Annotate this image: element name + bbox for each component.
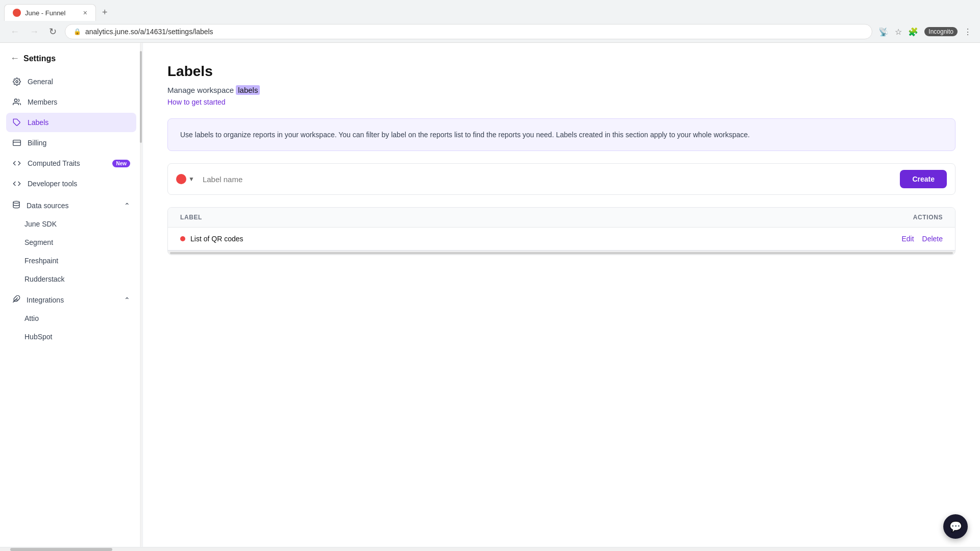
app: ← Settings General Members Labels <box>0 43 980 547</box>
sidebar-item-computed-traits[interactable]: Computed Traits New <box>6 154 136 173</box>
create-button[interactable]: Create <box>900 170 947 188</box>
rudderstack-label: Rudderstack <box>24 275 65 283</box>
data-sources-section: Data sources ⌃ June SDK Segment Freshpai… <box>6 195 136 288</box>
forward-button[interactable]: → <box>28 24 41 39</box>
tag-icon <box>12 118 21 127</box>
url-text: analytics.june.so/a/14631/settings/label… <box>85 28 864 36</box>
info-box: Use labels to organize reports in your w… <box>167 118 955 151</box>
data-sources-header[interactable]: Data sources ⌃ <box>6 195 136 215</box>
label-color-dot <box>180 236 185 241</box>
incognito-badge: Incognito <box>924 27 958 36</box>
active-tab[interactable]: June - Funnel × <box>4 4 96 21</box>
computed-traits-badge: New <box>112 160 130 167</box>
users-icon <box>12 97 21 107</box>
tab-bar: June - Funnel × + <box>0 0 980 21</box>
page-subtitle: Manage workspace labels <box>167 86 955 94</box>
database-icon <box>12 201 20 210</box>
color-dot <box>176 174 186 184</box>
sidebar-scrollbar[interactable] <box>139 43 142 547</box>
svg-rect-3 <box>13 140 21 146</box>
sidebar-child-freshpaint[interactable]: Freshpaint <box>18 252 136 269</box>
data-sources-chevron-icon: ⌃ <box>124 202 130 210</box>
bottom-scrollbar-thumb <box>10 548 112 551</box>
sidebar-nav: General Members Labels Billing <box>0 72 142 346</box>
tab-close-button[interactable]: × <box>83 9 87 17</box>
sidebar-item-general[interactable]: General <box>6 72 136 91</box>
main-content: Labels Manage workspace labels How to ge… <box>143 43 980 547</box>
sidebar-item-developer-tools[interactable]: Developer tools <box>6 174 136 193</box>
integrations-children: Attio HubSpot <box>6 310 136 345</box>
svg-point-5 <box>13 201 19 203</box>
sidebar-child-segment[interactable]: Segment <box>18 234 136 251</box>
sidebar-child-attio[interactable]: Attio <box>18 310 136 327</box>
table-col-actions-header: ACTIONS <box>913 214 943 221</box>
sidebar-title: Settings <box>23 54 56 63</box>
browser-chrome: June - Funnel × + ← → ↻ 🔒 analytics.june… <box>0 0 980 43</box>
sidebar-item-labels[interactable]: Labels <box>6 113 136 132</box>
color-chevron-icon: ▼ <box>188 176 194 183</box>
url-bar[interactable]: 🔒 analytics.june.so/a/14631/settings/lab… <box>65 24 872 39</box>
table-col-label-header: LABEL <box>180 214 202 221</box>
cast-icon: 📡 <box>878 27 889 37</box>
info-text: Use labels to organize reports in your w… <box>180 129 943 140</box>
lock-icon: 🔒 <box>74 28 81 35</box>
integrations-section: Integrations ⌃ Attio HubSpot <box>6 290 136 345</box>
svg-point-1 <box>14 99 17 102</box>
table-horizontal-scrollbar[interactable] <box>168 251 955 255</box>
delete-label-button[interactable]: Delete <box>922 235 943 243</box>
sidebar: ← Settings General Members Labels <box>0 43 143 547</box>
sidebar-item-members-label: Members <box>28 98 130 106</box>
sidebar-child-rudderstack[interactable]: Rudderstack <box>18 270 136 288</box>
reload-button[interactable]: ↻ <box>47 24 59 39</box>
label-cell: List of QR codes <box>180 235 243 243</box>
computed-traits-icon <box>12 159 21 168</box>
label-name: List of QR codes <box>190 235 243 243</box>
sidebar-item-billing[interactable]: Billing <box>6 133 136 153</box>
address-bar: ← → ↻ 🔒 analytics.june.so/a/14631/settin… <box>0 21 980 42</box>
bookmark-icon[interactable]: ☆ <box>895 27 902 37</box>
actions-cell: Edit Delete <box>901 235 943 243</box>
back-button[interactable]: ← <box>8 24 21 39</box>
sidebar-item-developer-tools-label: Developer tools <box>28 180 130 188</box>
chat-widget[interactable]: 💬 <box>943 514 968 539</box>
new-tab-button[interactable]: + <box>98 5 112 20</box>
label-name-input[interactable] <box>203 175 900 184</box>
integrations-chevron-icon: ⌃ <box>124 296 130 304</box>
sidebar-child-june-sdk[interactable]: June SDK <box>18 215 136 233</box>
color-picker[interactable]: ▼ <box>176 174 194 184</box>
sidebar-item-general-label: General <box>28 78 130 86</box>
credit-card-icon <box>12 138 21 147</box>
subtitle-prefix: Manage workspace <box>167 86 236 94</box>
sidebar-item-computed-traits-label: Computed Traits <box>28 159 106 167</box>
sidebar-item-labels-label: Labels <box>28 118 130 127</box>
table-scroll-thumb <box>170 252 953 254</box>
gear-icon <box>12 77 21 86</box>
puzzle-icon <box>12 295 20 305</box>
subtitle-highlight: labels <box>236 85 260 95</box>
freshpaint-label: Freshpaint <box>24 257 58 265</box>
hubspot-label: HubSpot <box>24 333 52 341</box>
developer-tools-icon <box>12 179 21 188</box>
extensions-icon[interactable]: 🧩 <box>908 27 918 37</box>
menu-icon[interactable]: ⋮ <box>964 27 972 37</box>
page-title: Labels <box>167 63 955 80</box>
sidebar-header[interactable]: ← Settings <box>0 43 142 72</box>
integrations-label: Integrations <box>27 296 64 304</box>
bottom-scrollbar[interactable] <box>0 547 980 551</box>
segment-label: Segment <box>24 238 53 246</box>
integrations-header[interactable]: Integrations ⌃ <box>6 290 136 310</box>
sidebar-item-billing-label: Billing <box>28 139 130 147</box>
sidebar-child-hubspot[interactable]: HubSpot <box>18 328 136 345</box>
browser-icons: 📡 ☆ 🧩 Incognito ⋮ <box>878 27 972 37</box>
sidebar-item-members[interactable]: Members <box>6 92 136 112</box>
tab-favicon <box>13 9 21 17</box>
june-sdk-label: June SDK <box>24 220 57 228</box>
data-sources-label: Data sources <box>27 202 68 210</box>
table-row: List of QR codes Edit Delete <box>168 228 955 251</box>
attio-label: Attio <box>24 314 39 322</box>
how-to-link[interactable]: How to get started <box>167 98 226 106</box>
data-sources-children: June SDK Segment Freshpaint Rudderstack <box>6 215 136 288</box>
tab-title: June - Funnel <box>25 9 79 17</box>
edit-label-button[interactable]: Edit <box>901 235 914 243</box>
back-arrow-icon: ← <box>10 53 19 64</box>
